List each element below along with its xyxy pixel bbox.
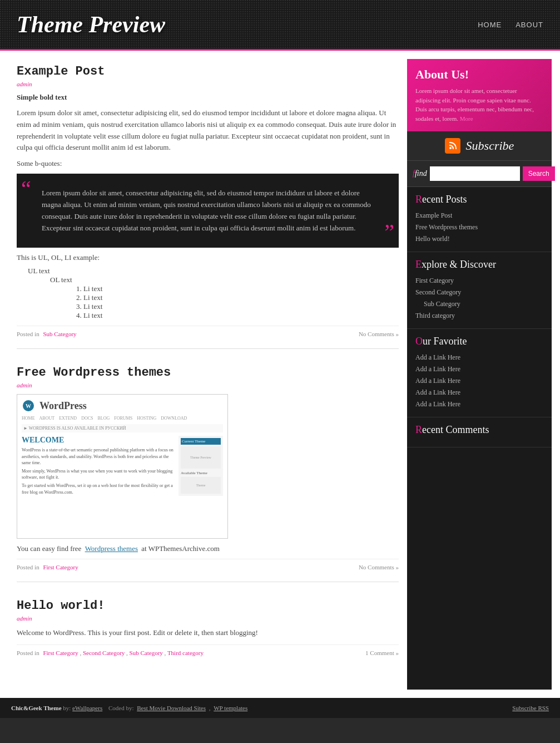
footer-theme-name: Chic&Geek Theme — [11, 705, 62, 711]
svg-point-0 — [449, 147, 452, 149]
fav-link-2[interactable]: Add a Link Here — [415, 363, 543, 375]
post-wordpress: Free Wordpress themes admin W WordPress … — [17, 366, 399, 582]
post-body-hello: Welcome to WordPress. This is your first… — [17, 627, 399, 639]
posted-in-label: Posted in Sub Category — [17, 331, 77, 337]
posted-in-wp: Posted in First Category — [17, 564, 78, 570]
wp-theme-preview: Theme Preview — [181, 446, 221, 469]
wp-theme-thumb: Theme — [181, 477, 221, 494]
footer-link-2[interactable]: WP templates — [214, 705, 247, 711]
sidebar: About Us! Lorem ipsum dolor sit amet, co… — [407, 59, 552, 690]
fav-link-1[interactable]: Add a Link Here — [415, 352, 543, 363]
subscribe-section: Subscribe — [407, 131, 552, 161]
cat-first[interactable]: First Category — [43, 649, 78, 656]
wp-mock-body: WELCOME WordPress is a state-of-the-art … — [22, 436, 223, 496]
wp-title-mock: WordPress — [39, 400, 87, 412]
wp-mock-nav: HOMEABOUTEXTENDDOCSBLOGFORUMSHOSTINGDOWN… — [22, 416, 223, 421]
post-footer-example: Posted in Sub Category No Comments » — [17, 326, 399, 337]
bq-open-icon: “ — [21, 178, 31, 200]
wp-desc2: More simply, WordPress is what you use w… — [22, 468, 175, 480]
footer-link-1[interactable]: Best Movie Download Sites — [137, 705, 206, 711]
wp-also-available: ► WORDPRESS IS ALSO AVAILABLE IN РУССКИЙ — [22, 424, 223, 432]
cat-sub[interactable]: Sub Category — [130, 649, 163, 656]
recent-post-2[interactable]: Free Wordpress themes — [415, 222, 543, 233]
footer-by: by: — [63, 705, 71, 711]
explore-second[interactable]: Second Category — [415, 287, 543, 298]
search-button[interactable]: Search — [523, 166, 555, 181]
list-item: Li text — [83, 293, 399, 302]
site-title: Theme Preview — [17, 11, 165, 38]
no-comments-wp-link[interactable]: No Comments » — [359, 564, 399, 570]
recent-posts-title: Recent Posts — [415, 194, 543, 205]
post-footer-hello: Posted in First Category , Second Catego… — [17, 644, 399, 656]
fav-link-3[interactable]: Add a Link Here — [415, 375, 543, 387]
ul-text: UL text — [28, 267, 399, 275]
footer-rss[interactable]: Subscribe RSS — [512, 705, 549, 711]
bq-text: Lorem ipsum dolor sit amet, consectetur … — [31, 185, 385, 237]
post-bold-text: Simple bold text — [17, 93, 399, 102]
footer-left: Chic&Geek Theme by: eWallpapers Coded by… — [11, 705, 247, 711]
footer-coded: Coded by: — [108, 705, 134, 711]
list-label: This is UL, OL, LI example: — [17, 253, 399, 262]
our-favorite-title: Our Favorite — [415, 336, 543, 347]
header: Theme Preview HOME ABOUT — [0, 0, 560, 51]
explore-sub[interactable]: Sub Category — [415, 298, 543, 310]
subscribe-text: Subscribe — [466, 139, 514, 153]
recent-comments-title: Recent Comments — [415, 424, 543, 436]
wp-logo: W — [22, 399, 35, 412]
fav-link-5[interactable]: Add a Link Here — [415, 398, 543, 410]
list-item: Li text — [83, 311, 399, 320]
post-body-example: Lorem ipsum dolor sit amet, consectetur … — [17, 107, 399, 154]
about-title: About Us! — [415, 67, 543, 82]
wp-current-theme: Current Theme — [181, 438, 221, 445]
list-section: This is UL, OL, LI example: UL text OL t… — [17, 253, 399, 320]
post-title-example: Example Post — [17, 65, 399, 78]
wp-mock-left: WELCOME WordPress is a state-of-the-art … — [22, 436, 175, 496]
category-link-sub[interactable]: Sub Category — [43, 331, 76, 337]
post-title-hello: Hello world! — [17, 599, 399, 613]
rss-icon[interactable] — [445, 138, 460, 154]
fav-link-4[interactable]: Add a Link Here — [415, 387, 543, 398]
recent-posts-section: Recent Posts Example Post Free Wordpress… — [407, 187, 552, 252]
list-item: Li text — [83, 284, 399, 293]
ol-list: Li text Li text Li text Li text — [83, 284, 399, 320]
our-favorite-section: Our Favorite Add a Link Here Add a Link … — [407, 329, 552, 417]
post-author-example[interactable]: admin — [17, 81, 399, 87]
recent-post-3[interactable]: Hello world! — [415, 233, 543, 245]
recent-comments-section: Recent Comments — [407, 417, 552, 447]
about-more-link[interactable]: More — [460, 115, 473, 122]
search-section: ffind Search — [407, 161, 552, 187]
about-section: About Us! Lorem ipsum dolor sit amet, co… — [407, 59, 552, 131]
nav-home[interactable]: HOME — [478, 21, 502, 29]
cat-second[interactable]: Second Category — [83, 649, 125, 656]
explore-title: Explore & Discover — [415, 259, 543, 270]
category-link-first[interactable]: First Category — [43, 564, 78, 570]
footer-author[interactable]: eWallpapers — [72, 705, 102, 711]
nav-about[interactable]: ABOUT — [516, 21, 543, 29]
comments-hello-link[interactable]: 1 Comment » — [365, 649, 399, 656]
list-item: Li text — [83, 302, 399, 311]
main-nav: HOME ABOUT — [478, 21, 543, 29]
wp-mock-right: Current Theme Theme Preview Available Th… — [179, 436, 223, 496]
find-label: ffind — [413, 169, 427, 178]
footer: Chic&Geek Theme by: eWallpapers Coded by… — [0, 698, 560, 718]
wordpress-themes-link[interactable]: Wordpress themes — [85, 544, 138, 553]
wp-desc3: To get started with WordPress, set it up… — [22, 483, 175, 495]
post-footer-wordpress: Posted in First Category No Comments » — [17, 559, 399, 570]
wp-available: Available Theme — [181, 471, 221, 475]
cat-third[interactable]: Third category — [167, 649, 204, 656]
post-author-hello[interactable]: admin — [17, 615, 399, 622]
post-example: Example Post admin Simple bold text Lore… — [17, 65, 399, 349]
post-wp-text: You can easy find free Wordpress themes … — [17, 544, 399, 553]
recent-post-1[interactable]: Example Post — [415, 210, 543, 222]
post-author-wordpress[interactable]: admin — [17, 382, 399, 388]
ol-text: OL text — [50, 275, 399, 284]
no-comments-link[interactable]: No Comments » — [359, 331, 399, 337]
explore-section: Explore & Discover First Category Second… — [407, 252, 552, 329]
explore-third[interactable]: Third category — [415, 310, 543, 322]
post-hello: Hello world! admin Welcome to WordPress.… — [17, 599, 399, 667]
explore-first[interactable]: First Category — [415, 275, 543, 287]
search-input[interactable] — [430, 166, 520, 181]
blockquote-box: “ Lorem ipsum dolor sit amet, consectetu… — [17, 174, 399, 248]
main-content: Example Post admin Simple bold text Lore… — [8, 59, 407, 690]
post-title-wordpress: Free Wordpress themes — [17, 366, 399, 380]
